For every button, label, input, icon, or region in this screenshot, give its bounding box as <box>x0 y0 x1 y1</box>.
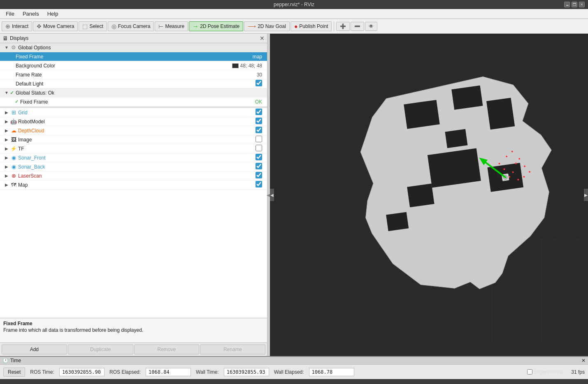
select-button[interactable]: ⬚ Select <box>79 21 107 31</box>
laser-scan-label: LaserScan <box>17 173 256 179</box>
grid-expander[interactable]: ▶ <box>3 110 10 115</box>
timebar-title: Time <box>10 358 21 363</box>
global-options-expander[interactable]: ▼ <box>3 45 10 50</box>
map-row[interactable]: ▶ 🗺 Map <box>0 180 267 190</box>
grid-row[interactable]: ▶ ⊞ Grid <box>0 108 267 117</box>
measure-button[interactable]: ⊢ Measure <box>155 21 188 31</box>
timebar-close[interactable]: ✕ <box>581 358 586 363</box>
sonar-back-checkbox[interactable] <box>256 163 262 169</box>
description-text: Frame into which all data is transformed… <box>3 327 264 333</box>
menubar: File Panels Help <box>0 9 588 19</box>
duplicate-button[interactable]: Duplicate <box>68 345 133 354</box>
sonar-front-expander[interactable]: ▶ <box>3 155 10 160</box>
robot-model-checkbox[interactable] <box>256 118 262 124</box>
measure-icon: ⊢ <box>158 23 163 30</box>
svg-rect-28 <box>386 212 409 231</box>
svg-rect-25 <box>407 184 434 208</box>
toolbar-separator <box>334 21 334 31</box>
focus-camera-button[interactable]: ◎ Focus Camera <box>108 21 154 31</box>
map-expander[interactable]: ▶ <box>3 183 10 187</box>
measure-label: Measure <box>165 23 184 29</box>
remove-display-button[interactable]: ➖ <box>351 22 364 31</box>
viewport-svg <box>270 34 588 356</box>
bg-color-row[interactable]: Background Color 48; 48; 48 <box>0 61 267 70</box>
image-row[interactable]: ▶ 🖼 Image <box>0 135 267 144</box>
fixed-frame-ok-value: OK <box>255 99 265 105</box>
tf-expander[interactable]: ▶ <box>3 146 10 151</box>
sonar-back-row[interactable]: ▶ ◉ Sonar_Back <box>0 162 267 171</box>
laser-scan-checkbox[interactable] <box>256 172 262 178</box>
menu-panels[interactable]: Panels <box>19 10 43 18</box>
sonar-back-expander[interactable]: ▶ <box>3 164 10 169</box>
2d-pose-button[interactable]: → 2D Pose Estimate <box>189 21 243 31</box>
bg-color-swatch[interactable] <box>232 63 239 68</box>
left-panel: 🖥 Displays ✕ ▼ ⚙ Global Options Fixed Fr… <box>0 34 267 356</box>
remove-button[interactable]: Remove <box>134 345 200 354</box>
robot-model-row[interactable]: ▶ 🤖 RobotModel <box>0 117 267 126</box>
sonar-back-label: Sonar_Back <box>17 164 256 170</box>
global-status-row[interactable]: ▼ ✓ Global Status: Ok <box>0 88 267 97</box>
interact-icon: ⊕ <box>5 23 10 30</box>
reset-button[interactable]: Reset <box>3 368 25 377</box>
map-checkbox[interactable] <box>256 181 262 187</box>
menu-file[interactable]: File <box>2 10 19 18</box>
global-status-expander[interactable]: ▼ <box>3 90 10 95</box>
robot-model-icon: 🤖 <box>10 118 17 125</box>
robot-model-expander[interactable]: ▶ <box>3 119 10 124</box>
add-button[interactable]: Add <box>2 345 67 354</box>
fixed-frame-ok-check: ✓ <box>15 99 19 104</box>
interact-label: Interact <box>12 23 28 29</box>
depth-cloud-label: DepthCloud <box>17 128 256 134</box>
fixed-frame-value: map <box>253 54 265 60</box>
3d-viewport[interactable]: ◀ ▶ <box>270 34 588 356</box>
bg-color-key: Background Color <box>15 63 232 69</box>
tf-row[interactable]: ▶ ⚡ TF <box>0 144 267 153</box>
depth-cloud-expander[interactable]: ▶ <box>3 128 10 133</box>
default-light-checkbox[interactable] <box>256 80 262 86</box>
2d-nav-button[interactable]: ⟶ 2D Nav Goal <box>244 21 290 31</box>
experimental-checkbox[interactable] <box>527 369 532 375</box>
image-expander[interactable]: ▶ <box>3 137 10 142</box>
frame-rate-row[interactable]: Frame Rate 30 <box>0 70 267 79</box>
minimize-button[interactable]: 🗕 <box>564 2 570 7</box>
interact-button[interactable]: ⊕ Interact <box>2 21 32 31</box>
svg-rect-24 <box>428 148 481 187</box>
view-button[interactable]: 👁 <box>365 22 377 31</box>
image-checkbox[interactable] <box>256 136 262 142</box>
experimental-group: Experimental <box>527 369 563 375</box>
rename-button[interactable]: Rename <box>200 345 265 354</box>
fixed-frame-ok-row[interactable]: ✓ Fixed Frame OK <box>0 97 267 106</box>
depth-cloud-checkbox[interactable] <box>256 127 262 133</box>
displays-title-group: 🖥 Displays <box>2 35 28 42</box>
global-options-row[interactable]: ▼ ⚙ Global Options <box>0 43 267 52</box>
svg-rect-22 <box>451 86 483 110</box>
menu-help[interactable]: Help <box>43 10 63 18</box>
right-expand-handle[interactable]: ▶ <box>584 189 588 201</box>
tf-checkbox[interactable] <box>256 145 262 151</box>
sonar-front-row[interactable]: ▶ ◉ Sonar_Front <box>0 153 267 162</box>
default-light-row[interactable]: Default Light <box>0 79 267 88</box>
image-label: Image <box>17 137 256 143</box>
displays-close-button[interactable]: ✕ <box>260 35 265 42</box>
viewport-background: ◀ ▶ <box>270 34 588 356</box>
move-camera-button[interactable]: ✥ Move Camera <box>33 21 78 31</box>
focus-camera-icon: ◎ <box>112 23 116 30</box>
add-display-button[interactable]: ➕ <box>336 22 350 31</box>
tf-label: TF <box>17 146 256 152</box>
laser-scan-row[interactable]: ▶ ⊗ LaserScan <box>0 171 267 180</box>
fixed-frame-row[interactable]: Fixed Frame map <box>0 52 267 61</box>
left-collapse-handle[interactable]: ◀ <box>270 189 274 201</box>
grid-checkbox[interactable] <box>256 109 262 115</box>
select-icon: ⬚ <box>82 23 88 30</box>
global-options-label: Global Options <box>17 45 265 51</box>
map-icon: 🗺 <box>10 182 17 188</box>
publish-icon: ● <box>294 23 297 30</box>
publish-point-button[interactable]: ● Publish Point <box>291 21 332 31</box>
frame-rate-key: Frame Rate <box>15 72 257 78</box>
close-button[interactable]: ✕ <box>579 2 585 7</box>
depth-cloud-row[interactable]: ▶ ☁ DepthCloud <box>0 126 267 135</box>
maximize-button[interactable]: 🗖 <box>572 2 577 7</box>
laser-scan-expander[interactable]: ▶ <box>3 173 10 178</box>
2d-pose-label: 2D Pose Estimate <box>200 23 239 29</box>
sonar-front-checkbox[interactable] <box>256 154 262 160</box>
